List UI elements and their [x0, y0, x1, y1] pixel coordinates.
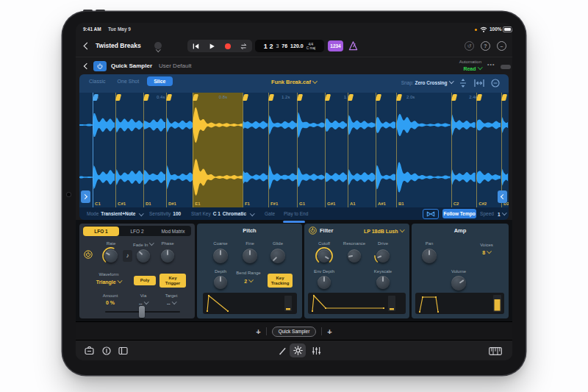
keyboard-icon[interactable] — [489, 347, 502, 355]
depth-knob[interactable] — [214, 276, 227, 289]
project-title[interactable]: Twisted Breaks — [96, 42, 141, 49]
slice-marker-flag[interactable] — [143, 94, 149, 101]
slice-marker-line[interactable] — [143, 93, 144, 207]
coarse-knob[interactable] — [213, 249, 228, 263]
sidebar-toggle-icon[interactable] — [118, 346, 128, 355]
phase-knob[interactable] — [161, 249, 174, 263]
slice-marker-flag[interactable] — [501, 94, 507, 101]
slice-marker-line[interactable] — [297, 93, 298, 207]
slice-marker-flag[interactable] — [115, 94, 121, 101]
slice-marker-line[interactable] — [325, 93, 326, 207]
slice-marker-line[interactable] — [348, 93, 348, 207]
slice-marker-flag[interactable] — [451, 94, 457, 101]
env-depth-knob[interactable] — [318, 276, 331, 289]
pan-knob[interactable] — [422, 249, 437, 263]
slice-marker-flag[interactable] — [166, 94, 172, 101]
slice-marker-flag[interactable] — [376, 94, 381, 101]
snap-control[interactable]: Snap: Zero Crossing — [401, 79, 453, 85]
controls-view-button[interactable] — [290, 343, 306, 357]
scroll-right-button[interactable] — [498, 190, 507, 203]
record-icon[interactable] — [225, 43, 231, 49]
slice-marker-line[interactable] — [396, 93, 397, 207]
drive-knob[interactable] — [376, 249, 390, 263]
back-chevron-icon[interactable] — [84, 43, 91, 50]
cycle-icon[interactable] — [240, 43, 248, 50]
filter-envelope-display[interactable] — [308, 293, 406, 314]
slice-mode-param[interactable]: ModeTransient+Note — [87, 207, 143, 220]
sensitivity-param[interactable]: Sensitivity100 — [149, 207, 181, 220]
slice-marker-line[interactable] — [376, 93, 376, 207]
start-key-param[interactable]: Start KeyC 1Chromatic — [191, 207, 254, 220]
slice-marker-flag[interactable] — [396, 94, 402, 101]
via-value[interactable]: -- — [139, 300, 148, 306]
help-icon[interactable]: ? — [481, 41, 490, 51]
mixer-icon[interactable] — [312, 346, 321, 355]
project-menu-chevron[interactable] — [154, 42, 162, 49]
poly-button[interactable]: Poly — [134, 276, 156, 285]
slice-marker-line[interactable] — [243, 93, 243, 207]
slice-marker-line[interactable] — [476, 93, 477, 207]
target-value[interactable]: -- — [167, 300, 176, 306]
follow-tempo-button[interactable]: Follow Tempo — [442, 209, 476, 218]
speed-value[interactable]: 1 — [498, 211, 506, 217]
more-options-icon[interactable]: ••• — [487, 62, 495, 67]
slice-marker-line[interactable] — [193, 93, 193, 207]
rate-note-sync-button[interactable]: ♪ — [123, 250, 132, 262]
slice-marker-flag[interactable] — [268, 94, 274, 101]
zoom-out-icon[interactable] — [491, 79, 500, 88]
amp-envelope-display[interactable] — [415, 293, 504, 314]
slice-marker-flag[interactable] — [93, 94, 98, 101]
slice-marker-flag[interactable] — [297, 94, 303, 101]
add-plugin-right-button[interactable]: + — [327, 327, 331, 336]
pencil-tool-icon[interactable] — [279, 347, 287, 355]
scroll-indicator[interactable] — [283, 221, 305, 223]
undo-icon[interactable]: ↺ — [465, 41, 474, 51]
slice-marker-flag[interactable] — [193, 94, 198, 101]
rate-knob[interactable] — [104, 249, 118, 263]
automation-mode[interactable]: Read — [440, 65, 481, 71]
slice-marker-line[interactable] — [451, 93, 452, 207]
key-trigger-button[interactable]: Key Trigger — [159, 274, 186, 288]
lfo-tab-lfo-1[interactable]: LFO 1 — [83, 227, 119, 236]
amount-slider-handle[interactable] — [139, 306, 145, 318]
key-tracking-button[interactable]: Key Tracking — [268, 274, 293, 288]
filter-preset[interactable]: LP 18dB Lush — [364, 228, 404, 234]
volume-knob[interactable] — [451, 276, 466, 291]
slice-marker-flag[interactable] — [325, 94, 331, 101]
filter-power-icon[interactable] — [309, 227, 317, 235]
go-to-beginning-icon[interactable] — [192, 43, 199, 50]
pitch-envelope-display[interactable] — [203, 293, 297, 314]
glide-knob[interactable] — [270, 249, 285, 263]
inspector-icon[interactable] — [102, 346, 111, 355]
preset-name[interactable]: User Default — [159, 63, 191, 69]
play-to-end-toggle[interactable]: Play to End — [284, 207, 308, 220]
lfo-tab-lfo-2[interactable]: LFO 2 — [119, 227, 155, 236]
slice-marker-line[interactable] — [166, 93, 167, 207]
vertical-zoom-icon[interactable] — [459, 78, 467, 88]
slice-marker-line[interactable] — [93, 93, 93, 207]
lfo-power-icon[interactable] — [84, 250, 93, 259]
scroll-left-button[interactable] — [81, 190, 90, 203]
slice-marker-flag[interactable] — [243, 94, 248, 101]
fade-in-knob[interactable] — [137, 249, 150, 263]
slice-marker-flag[interactable] — [476, 94, 482, 101]
bend-range-value[interactable]: 2 — [244, 278, 252, 284]
waveform-display[interactable]: 0s0.4s0.8s1.2s1.6s2.0s2.4sC1C#1D1D#1E1F1… — [79, 93, 509, 207]
slice-marker-line[interactable] — [115, 93, 116, 207]
minus-circle-icon[interactable]: – — [497, 41, 506, 51]
add-plugin-left-button[interactable]: + — [256, 327, 260, 336]
resonance-knob[interactable] — [348, 249, 361, 263]
plugin-power-button[interactable] — [93, 61, 107, 71]
slice-marker-line[interactable] — [268, 93, 269, 207]
waveform-value[interactable]: Triangle — [96, 279, 121, 285]
voices-value[interactable]: 8 — [482, 249, 490, 255]
slice-marker-flag[interactable] — [348, 94, 354, 101]
keyscale-knob[interactable] — [376, 276, 390, 289]
browser-icon[interactable] — [85, 346, 94, 355]
crossfade-loop-button[interactable] — [423, 209, 439, 219]
plugin-back-chevron-icon[interactable] — [84, 63, 90, 69]
fine-knob[interactable] — [243, 249, 257, 263]
fit-width-icon[interactable] — [474, 79, 484, 88]
cutoff-knob[interactable] — [318, 249, 331, 263]
quick-sampler-tab[interactable]: Quick Sampler — [272, 327, 317, 337]
